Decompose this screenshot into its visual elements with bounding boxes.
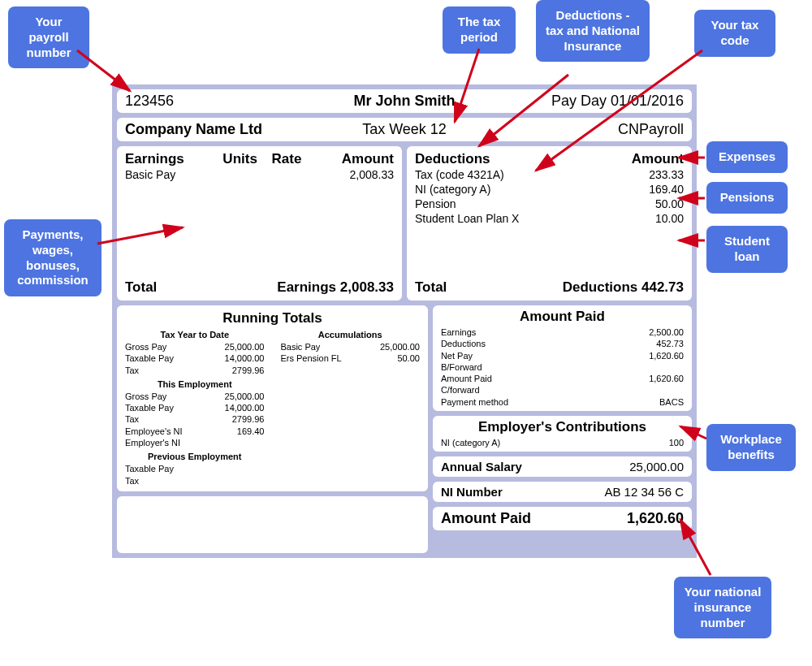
deductions-amount-heading: Amount: [632, 151, 684, 167]
payroll-number: 123456: [125, 93, 174, 110]
amount-heading: Amount: [321, 151, 394, 167]
callout-payments: Payments, wages, bonuses, commission: [4, 219, 102, 296]
units-heading: Units: [222, 151, 271, 167]
earnings-total-value: Earnings 2,008.33: [277, 279, 394, 296]
deductions-total-value: Deductions 442.73: [563, 279, 684, 296]
callout-workplace-benefits: Workplace benefits: [706, 424, 796, 471]
running-totals-panel: Running Totals Tax Year to Date Gross Pa…: [117, 305, 428, 491]
deduction-line-student-loan: Student Loan Plan X10.00: [415, 211, 684, 226]
employee-name: Mr John Smith: [354, 93, 456, 110]
pay-day: Pay Day 01/01/2016: [551, 93, 684, 110]
rate-heading: Rate: [272, 151, 321, 167]
payroll-software: CNPayroll: [618, 121, 684, 138]
callout-tax-period: The tax period: [443, 6, 516, 54]
employer-contrib-title: Employer's Contributions: [441, 419, 684, 435]
ni-number-row: NI NumberAB 12 34 56 C: [433, 482, 692, 502]
ytd-title: Tax Year to Date: [125, 330, 264, 339]
amount-paid-panel: Amount Paid Earnings2,500.00 Deductions4…: [433, 305, 692, 411]
empty-panel: [117, 496, 428, 553]
earnings-panel: Earnings Units Rate Amount Basic Pay 2,0…: [117, 146, 402, 301]
employer-contrib-panel: Employer's Contributions NI (category A)…: [433, 416, 692, 452]
earnings-line: Basic Pay 2,008.33: [125, 167, 394, 182]
earnings-heading: Earnings: [125, 151, 222, 167]
annual-salary-row: Annual Salary25,000.00: [433, 456, 692, 477]
deduction-line-pension: Pension50.00: [415, 197, 684, 211]
header-row-2: Company Name Ltd Tax Week 12 CNPayroll: [117, 118, 692, 141]
header-row-1: 123456 Mr John Smith Pay Day 01/01/2016: [117, 89, 692, 113]
running-totals-title: Running Totals: [125, 310, 420, 327]
callout-deductions: Deductions - tax and National Insurance: [536, 0, 650, 62]
prev-emp-title: Previous Employment: [125, 452, 264, 461]
callout-payroll-number: Your payroll number: [8, 6, 89, 68]
final-amount-paid-row: Amount Paid1,620.60: [433, 507, 692, 530]
earnings-total-label: Total: [125, 279, 157, 296]
deductions-total-label: Total: [415, 279, 447, 296]
amount-paid-title: Amount Paid: [441, 309, 684, 325]
callout-pensions: Pensions: [706, 182, 788, 214]
payslip: 123456 Mr John Smith Pay Day 01/01/2016 …: [112, 84, 697, 558]
earnings-line-label: Basic Pay: [125, 168, 175, 181]
deductions-heading: Deductions: [415, 151, 490, 167]
company-name: Company Name Ltd: [125, 121, 262, 138]
deduction-line-tax: Tax (code 4321A)233.33: [415, 167, 684, 182]
callout-ni-number: Your national insurance number: [674, 577, 771, 638]
tax-week: Tax Week 12: [362, 121, 447, 138]
deductions-panel: Deductions Amount Tax (code 4321A)233.33…: [407, 146, 692, 301]
accum-title: Accumulations: [280, 330, 419, 339]
callout-expenses: Expenses: [706, 141, 788, 173]
deduction-line-ni: NI (category A)169.40: [415, 182, 684, 197]
callout-tax-code: Your tax code: [694, 10, 775, 57]
earnings-line-amount: 2,008.33: [350, 168, 395, 181]
callout-student-loan: Student loan: [706, 226, 788, 273]
this-emp-title: This Employment: [125, 379, 264, 389]
